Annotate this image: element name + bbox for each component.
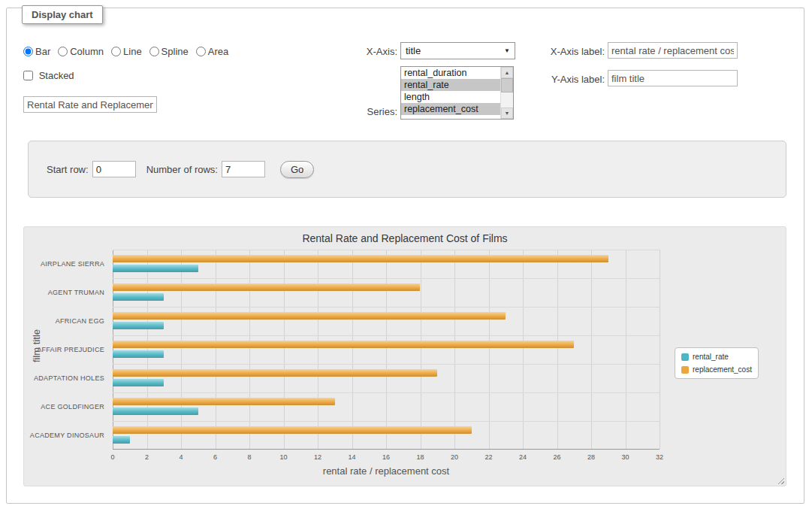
- series-option-length[interactable]: length: [401, 91, 500, 103]
- chart-type-radio-label: Line: [123, 46, 142, 57]
- bar-replacement_cost: [113, 255, 608, 262]
- y-axis-label-field-label: Y-Axis label:: [525, 74, 605, 85]
- go-button[interactable]: Go: [280, 161, 314, 178]
- gridline-vertical: [216, 250, 216, 449]
- legend-swatch-icon: [681, 366, 689, 374]
- legend-swatch-icon: [681, 353, 689, 361]
- chart-type-column[interactable]: Column: [58, 46, 104, 57]
- chart-type-radio-label: Column: [70, 46, 104, 57]
- x-tick-label: 28: [587, 453, 595, 461]
- legend-label: rental_rate: [693, 353, 729, 361]
- legend-item-replacement_cost[interactable]: replacement_cost: [681, 365, 752, 374]
- gridline-horizontal: [113, 364, 660, 365]
- gridline-horizontal: [113, 307, 660, 308]
- chart-type-radio-bar[interactable]: [23, 47, 33, 56]
- scrollbar-thumb[interactable]: [501, 78, 513, 92]
- x-axis-title: rental rate / replacement cost: [113, 465, 660, 477]
- num-rows-label: Number of rows:: [146, 164, 218, 175]
- gridline-vertical: [181, 250, 182, 449]
- start-row-input[interactable]: [92, 161, 136, 177]
- bar-rental_rate: [113, 322, 164, 329]
- start-row-label: Start row:: [47, 164, 89, 175]
- x-tick-label: 22: [484, 453, 492, 461]
- y-axis-label-input[interactable]: [608, 70, 738, 86]
- gridline-vertical: [660, 250, 660, 449]
- series-listbox[interactable]: rental_durationrental_ratelengthreplacem…: [400, 66, 514, 120]
- chart-type-line[interactable]: Line: [111, 46, 142, 57]
- x-tick-label: 2: [145, 453, 149, 461]
- legend-item-rental_rate[interactable]: rental_rate: [681, 353, 752, 361]
- legend-label: replacement_cost: [693, 365, 752, 374]
- gridline-vertical: [454, 250, 455, 449]
- x-tick-label: 18: [416, 453, 424, 461]
- series-option-rental_rate[interactable]: rental_rate: [401, 79, 500, 91]
- display-chart-panel: Display chart BarColumnLineSplineArea St…: [6, 8, 804, 504]
- gridline-vertical: [489, 250, 490, 449]
- stacked-option[interactable]: Stacked: [23, 70, 74, 81]
- stacked-checkbox[interactable]: [23, 71, 33, 80]
- bar-rental_rate: [113, 350, 164, 358]
- chart-type-radio-area[interactable]: [196, 47, 206, 56]
- chart-type-bar[interactable]: Bar: [23, 46, 50, 57]
- gridline-vertical: [147, 250, 148, 449]
- series-option-rental_duration[interactable]: rental_duration: [401, 67, 500, 79]
- category-label: AIRPLANE SIERRA: [27, 250, 109, 278]
- x-tick-label: 26: [553, 453, 560, 461]
- bar-rental_rate: [113, 407, 198, 415]
- bar-replacement_cost: [113, 283, 420, 291]
- bar-replacement_cost: [113, 398, 335, 405]
- x-tick-label: 6: [213, 453, 217, 461]
- series-option-replacement_cost[interactable]: replacement_cost: [401, 103, 500, 115]
- chart-type-radio-spline[interactable]: [149, 47, 159, 56]
- gridline-horizontal: [113, 278, 660, 279]
- chart-type-radio-group: BarColumnLineSplineArea: [23, 46, 236, 57]
- gridline-vertical: [352, 250, 353, 449]
- category-label: ADAPTATION HOLES: [27, 364, 109, 392]
- chart-type-radio-label: Area: [208, 46, 228, 57]
- chart-area: Rental Rate and Replacement Cost of Film…: [23, 226, 786, 486]
- series-scrollbar[interactable]: ▲ ▼: [500, 67, 513, 119]
- chart-type-radio-label: Spline: [161, 46, 189, 57]
- chart-type-radio-line[interactable]: [111, 47, 121, 56]
- gridline-vertical: [249, 250, 250, 449]
- gridline-vertical: [523, 250, 524, 449]
- gridline-horizontal: [113, 250, 660, 250]
- chevron-down-icon: ▼: [504, 47, 510, 54]
- chart-type-area[interactable]: Area: [196, 46, 228, 57]
- rows-panel: Start row: Number of rows: Go: [28, 141, 786, 198]
- bar-rental_rate: [113, 379, 164, 386]
- gridline-horizontal: [113, 421, 660, 422]
- chart-type-spline[interactable]: Spline: [149, 46, 189, 57]
- x-axis-selected-value: title: [406, 45, 421, 56]
- gridline-horizontal: [113, 335, 660, 336]
- gridline-vertical: [284, 250, 285, 449]
- x-tick-label: 14: [348, 453, 355, 461]
- x-axis-select[interactable]: title ▼: [400, 42, 515, 59]
- x-axis-select-label: X-Axis:: [322, 46, 397, 57]
- resize-handle-icon[interactable]: [776, 476, 784, 484]
- bar-replacement_cost: [113, 341, 574, 348]
- gridline-vertical: [318, 250, 318, 449]
- scroll-up-icon[interactable]: ▲: [501, 67, 513, 78]
- value-axis-tick-labels: 02468101214161820222426283032: [113, 453, 660, 462]
- x-tick-label: 32: [656, 453, 663, 461]
- category-label: AGENT TRUMAN: [27, 278, 109, 307]
- x-tick-label: 24: [519, 453, 527, 461]
- gridline-vertical: [421, 250, 421, 449]
- plot-area: [113, 250, 660, 450]
- x-tick-label: 16: [382, 453, 390, 461]
- gridline-horizontal: [113, 392, 660, 393]
- x-tick-label: 0: [110, 453, 114, 461]
- chart-title-input[interactable]: [23, 96, 157, 113]
- chart-type-radio-column[interactable]: [58, 47, 68, 56]
- num-rows-input[interactable]: [222, 161, 265, 177]
- x-axis-label-input[interactable]: [608, 42, 738, 59]
- chart-title: Rental Rate and Replacement Cost of Film…: [24, 232, 786, 244]
- bar-replacement_cost: [113, 369, 437, 377]
- y-axis-title: film title: [31, 329, 42, 362]
- x-tick-label: 4: [179, 453, 183, 461]
- gridline-vertical: [591, 250, 592, 449]
- scrollbar-track[interactable]: [501, 92, 513, 108]
- scroll-down-icon[interactable]: ▼: [501, 108, 513, 119]
- bar-replacement_cost: [113, 312, 506, 320]
